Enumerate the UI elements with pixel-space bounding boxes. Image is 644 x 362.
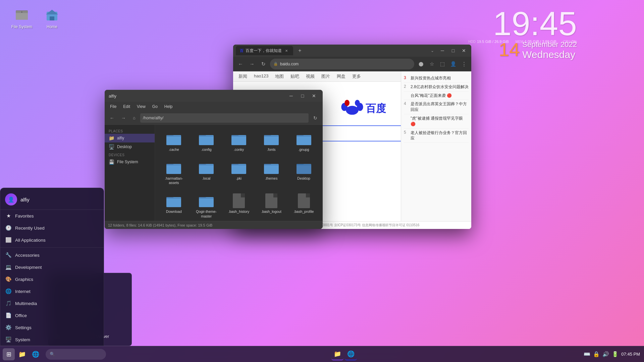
- file-item[interactable]: .pki: [224, 158, 254, 188]
- browser-close[interactable]: ✕: [459, 46, 469, 55]
- browser-url-bar[interactable]: 🔒 baidu.com: [270, 59, 414, 69]
- file-item[interactable]: .harmattan-assets: [159, 158, 189, 188]
- nav-more[interactable]: 更多: [352, 73, 361, 79]
- menu-item-recently-used[interactable]: 🕐 Recently Used: [0, 222, 104, 234]
- development-icon: 💻: [5, 264, 12, 270]
- news-item-1[interactable]: 3 新兴投资热点城市亮相: [404, 74, 469, 83]
- menu-item-all-applications[interactable]: ⬜ All Applications: [0, 234, 104, 246]
- sidebar-item-desktop[interactable]: 🖥️ Desktop: [105, 142, 155, 151]
- new-tab-button[interactable]: +: [295, 46, 305, 55]
- browser-tab[interactable]: 百 百度一下，你就知道 ✕: [236, 46, 293, 55]
- svg-point-67: [346, 106, 358, 115]
- browser-dropdown[interactable]: ⌄: [428, 47, 436, 55]
- search-input[interactable]: [57, 352, 104, 357]
- desktop-icon-filesystem[interactable]: File System: [7, 5, 37, 31]
- menu-item-system[interactable]: 🖥️ System: [0, 334, 104, 346]
- file-item[interactable]: Qogir-theme-master: [192, 191, 221, 221]
- file-item[interactable]: .themes: [256, 158, 286, 188]
- menu-help[interactable]: Help: [162, 104, 175, 110]
- file-item[interactable]: .bash_logout: [256, 191, 286, 221]
- back-button[interactable]: ←: [107, 113, 117, 123]
- sidebar-item-filesystem[interactable]: 💾 File System: [105, 158, 155, 166]
- news-item-5[interactable]: "虎"被逮捕 通报曾现罕见字眼 🔴: [404, 114, 469, 129]
- file-item[interactable]: .gnupg: [289, 129, 319, 155]
- statusbar-text: 12 folders, 8 files: 14.6 KiB (14941 byt…: [108, 223, 212, 227]
- menu-item-favorites[interactable]: ★ Favorites: [0, 210, 104, 222]
- accessories-label: Accessories: [15, 253, 40, 258]
- baidu-logo: 百度: [319, 95, 386, 119]
- menu-file[interactable]: File: [107, 104, 119, 110]
- profile-button[interactable]: 👤: [448, 59, 458, 69]
- file-item[interactable]: .conky: [224, 129, 254, 155]
- taskbar-right: ⌨️ 🔒 🔊 🔋 07:45 PM: [580, 351, 644, 357]
- sidebar-filesystem-label: File System: [117, 160, 138, 164]
- taskbar-open-browser[interactable]: 🌐: [345, 348, 357, 360]
- taskbar-search[interactable]: 🔍: [46, 349, 106, 360]
- folder-icon: [166, 131, 182, 146]
- file-item[interactable]: .bash_profile: [289, 191, 319, 221]
- file-name: .gnupg: [299, 147, 309, 152]
- taskbar-files-button[interactable]: 📁: [16, 348, 28, 360]
- taskbar-browser-button[interactable]: 🌐: [30, 348, 42, 360]
- browser-back[interactable]: ←: [236, 59, 245, 69]
- menu-item-accessories[interactable]: 🔧 Accessories: [0, 249, 104, 261]
- menu-view[interactable]: View: [134, 104, 148, 110]
- volume-icon[interactable]: 🔊: [602, 351, 609, 357]
- file-item[interactable]: .bash_history: [224, 191, 254, 221]
- news-item-3[interactable]: 台风"梅花"正面来袭 🔴: [404, 92, 469, 100]
- menu-item-internet[interactable]: 🌐 Internet: [0, 285, 104, 297]
- news-item-4[interactable]: 4 是否派员出席英女王国葬？中方回应: [404, 100, 469, 114]
- nav-tieba[interactable]: 贴吧: [290, 73, 299, 79]
- extensions-menu[interactable]: ⋮: [459, 59, 469, 69]
- file-manager-content: .cache .config .conky .fonts .gn: [155, 125, 323, 221]
- network-icon[interactable]: 🔒: [593, 351, 600, 357]
- battery-icon[interactable]: 🔋: [612, 351, 619, 357]
- file-item[interactable]: .local: [192, 158, 221, 188]
- news-item-2[interactable]: 2 2.8亿农村群众饮水安全问题解决: [404, 83, 469, 92]
- menu-item-office[interactable]: 📄 Office: [0, 309, 104, 321]
- browser-minimize[interactable]: ─: [438, 46, 447, 55]
- start-button[interactable]: ⊞: [3, 348, 15, 360]
- menu-item-graphics[interactable]: 🎨 Graphics: [0, 273, 104, 285]
- sidebar-toggle[interactable]: ⬚: [438, 59, 447, 69]
- nav-map[interactable]: 地图: [275, 73, 284, 79]
- menu-divider-1: [0, 247, 104, 248]
- minimize-button[interactable]: ─: [286, 91, 296, 101]
- nav-video[interactable]: 视频: [306, 73, 315, 79]
- bookmark-button[interactable]: ☆: [427, 59, 436, 69]
- news-item-6[interactable]: 5 老人被拾进银行办业务？官方回应: [404, 129, 469, 143]
- nav-hao123[interactable]: hao123: [254, 73, 268, 79]
- maximize-button[interactable]: □: [298, 91, 307, 101]
- browser-refresh[interactable]: ↻: [259, 59, 268, 69]
- path-bar[interactable]: /home/alfiy/: [140, 113, 309, 123]
- all-apps-label: All Applications: [15, 238, 46, 243]
- sidebar-item-alfiy[interactable]: 📁 alfiy: [105, 134, 155, 142]
- file-item[interactable]: .config: [192, 129, 221, 155]
- menu-go[interactable]: Go: [150, 104, 160, 110]
- nav-netdisk[interactable]: 网盘: [337, 73, 345, 79]
- taskbar-center: 📁 🌐: [109, 348, 580, 360]
- lock-icon: 🔒: [273, 62, 278, 66]
- desktop-icon-home[interactable]: Home: [37, 5, 67, 31]
- browser-forward[interactable]: →: [247, 59, 257, 69]
- menu-edit[interactable]: Edit: [120, 104, 133, 110]
- file-item[interactable]: .cache: [159, 129, 189, 155]
- forward-button[interactable]: →: [119, 113, 128, 123]
- file-grid: .cache .config .conky .fonts .gn: [159, 129, 319, 221]
- close-button[interactable]: ✕: [309, 91, 319, 101]
- nav-images[interactable]: 图片: [321, 73, 330, 79]
- nav-news[interactable]: 新闻: [238, 73, 247, 79]
- menu-item-multimedia[interactable]: 🎵 Multimedia: [0, 297, 104, 309]
- share-button[interactable]: ⬤: [416, 59, 426, 69]
- refresh-button[interactable]: ↻: [311, 113, 320, 123]
- file-item[interactable]: .fonts: [256, 129, 286, 155]
- menu-item-development[interactable]: 💻 Development: [0, 261, 104, 273]
- file-item[interactable]: Desktop: [289, 158, 319, 188]
- file-item[interactable]: Download: [159, 191, 189, 221]
- keyboard-icon[interactable]: ⌨️: [584, 351, 590, 357]
- browser-maximize[interactable]: □: [448, 46, 458, 55]
- home-nav-button[interactable]: ⌂: [130, 114, 138, 122]
- taskbar-open-file-manager[interactable]: 📁: [331, 348, 343, 360]
- tab-close-button[interactable]: ✕: [284, 48, 289, 53]
- menu-item-settings[interactable]: ⚙️ Settings: [0, 321, 104, 334]
